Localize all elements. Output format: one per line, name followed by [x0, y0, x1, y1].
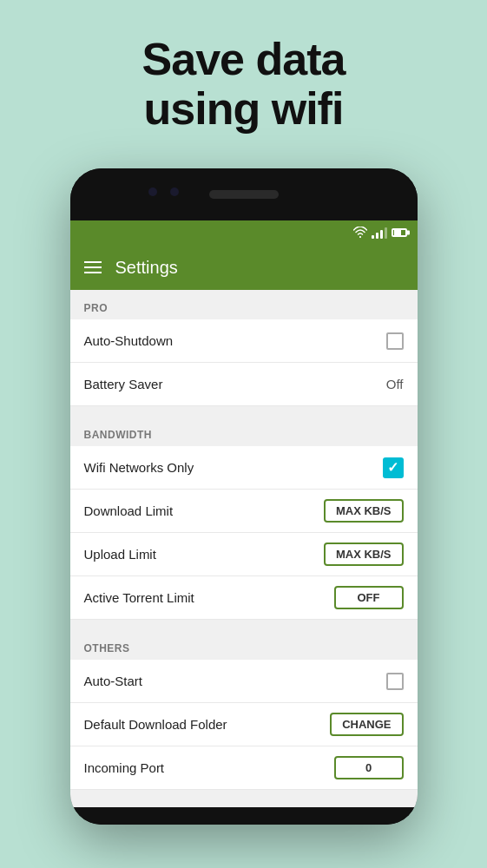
incoming-port-label: Incoming Port: [84, 760, 165, 775]
settings-item-auto-start[interactable]: Auto-Start: [70, 660, 418, 703]
app-bar-title: Settings: [115, 258, 178, 278]
settings-item-download-limit[interactable]: Download Limit MAX KB/S: [70, 490, 418, 533]
bottom-padding: [70, 790, 418, 807]
download-limit-button[interactable]: MAX KB/S: [324, 499, 404, 523]
upload-limit-label: Upload Limit: [84, 547, 156, 562]
hamburger-icon[interactable]: [84, 261, 102, 273]
settings-item-battery-saver[interactable]: Battery Saver Off: [70, 363, 418, 406]
auto-start-label: Auto-Start: [84, 674, 143, 688]
auto-shutdown-label: Auto-Shutdown: [84, 333, 174, 348]
section-header-bandwidth: BANDWIDTH: [70, 417, 418, 446]
incoming-port-button[interactable]: 0: [334, 756, 404, 779]
section-header-pro: PRO: [70, 290, 418, 319]
app-bar: Settings: [70, 245, 418, 290]
wifi-only-label: Wifi Networks Only: [84, 460, 194, 475]
camera-dot-left: [148, 187, 157, 196]
download-folder-label: Default Download Folder: [84, 717, 227, 732]
section-header-others: OTHERS: [70, 630, 418, 660]
settings-item-download-folder[interactable]: Default Download Folder CHANGE: [70, 703, 418, 746]
download-folder-button[interactable]: CHANGE: [330, 713, 403, 736]
torrent-limit-label: Active Torrent Limit: [84, 590, 194, 605]
battery-saver-value: Off: [386, 377, 404, 391]
wifi-icon: [353, 227, 367, 239]
hero-line2: using wifi: [144, 83, 344, 134]
settings-item-upload-limit[interactable]: Upload Limit MAX KB/S: [70, 533, 418, 576]
phone-top-bar: [70, 168, 418, 220]
speaker: [209, 190, 279, 199]
status-bar: [70, 220, 418, 245]
settings-item-incoming-port[interactable]: Incoming Port 0: [70, 746, 418, 790]
upload-limit-button[interactable]: MAX KB/S: [324, 542, 404, 566]
settings-item-wifi-only[interactable]: Wifi Networks Only ✓: [70, 446, 418, 490]
battery-saver-label: Battery Saver: [84, 377, 163, 391]
battery-icon: [392, 228, 407, 237]
status-icons: [353, 227, 407, 239]
phone-device: Settings PRO Auto-Shutdown Battery Saver…: [70, 168, 418, 825]
settings-content: PRO Auto-Shutdown Battery Saver Off BAND…: [70, 290, 418, 807]
torrent-limit-button[interactable]: OFF: [334, 586, 404, 609]
wifi-only-checkbox[interactable]: ✓: [383, 457, 404, 478]
divider-1: [70, 406, 418, 417]
signal-bars-icon: [372, 227, 387, 239]
camera-dot-right: [170, 187, 179, 196]
phone-bottom-bar: [70, 807, 418, 825]
settings-item-torrent-limit[interactable]: Active Torrent Limit OFF: [70, 576, 418, 620]
hero-text: Save data using wifi: [142, 35, 346, 134]
settings-item-auto-shutdown[interactable]: Auto-Shutdown: [70, 319, 418, 363]
download-limit-label: Download Limit: [84, 503, 174, 518]
auto-shutdown-checkbox[interactable]: [386, 332, 404, 350]
divider-2: [70, 620, 418, 630]
hero-line1: Save data: [142, 34, 346, 84]
auto-start-checkbox[interactable]: [386, 673, 404, 690]
